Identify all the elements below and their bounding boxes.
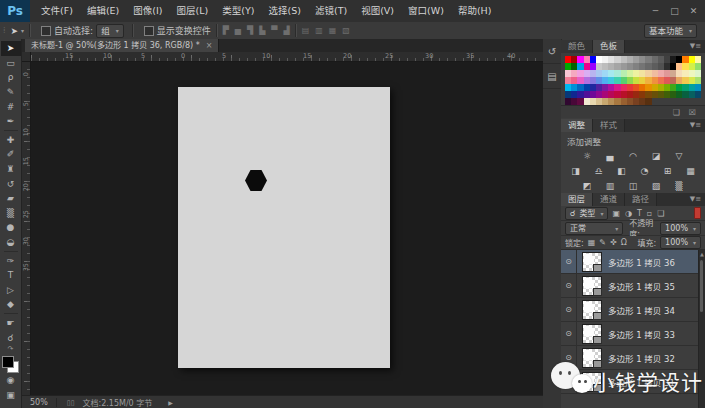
selective-color-icon[interactable]: ▨ bbox=[649, 180, 664, 192]
status-menu-arrow-icon[interactable]: ▶ bbox=[168, 399, 173, 406]
lock-pixels-icon[interactable]: ✎ bbox=[599, 238, 606, 247]
distribute-left-icon[interactable]: ▦ bbox=[329, 26, 337, 35]
eyedropper-tool[interactable]: ✒ bbox=[1, 114, 21, 129]
lock-transparent-icon[interactable]: ▦ bbox=[588, 238, 596, 247]
tab-styles[interactable]: 样式 bbox=[593, 119, 625, 132]
hue-saturation-icon[interactable]: ◨ bbox=[568, 165, 583, 177]
filter-type-dropdown[interactable]: ☌ 类型 ▾ bbox=[565, 207, 608, 220]
color-swatch[interactable] bbox=[695, 84, 701, 91]
blur-tool[interactable]: ● bbox=[1, 220, 21, 235]
layer-thumbnail[interactable] bbox=[582, 300, 602, 320]
panel-menu-icon[interactable]: ▼≡ bbox=[690, 40, 705, 53]
rect-marquee-tool[interactable]: ▭ bbox=[1, 56, 21, 71]
filter-toggle-switch[interactable] bbox=[694, 207, 701, 219]
panel-menu-icon[interactable]: ▼≡ bbox=[690, 119, 705, 132]
pixel-layer-filter-icon[interactable]: ▣ bbox=[612, 209, 620, 218]
visibility-eye-icon[interactable]: ⊙ bbox=[561, 298, 577, 321]
menu-select[interactable]: 选择(S) bbox=[261, 0, 307, 22]
visibility-eye-icon[interactable]: ⊙ bbox=[561, 322, 577, 345]
menu-type[interactable]: 类型(Y) bbox=[215, 0, 261, 22]
color-balance-icon[interactable]: ♎ bbox=[591, 165, 606, 177]
align-h-centers-icon[interactable]: ▅ bbox=[235, 26, 241, 35]
distribute-h-centers-icon[interactable]: ▧ bbox=[342, 26, 350, 35]
workspace-dropdown[interactable]: 基本功能 ▾ bbox=[644, 24, 697, 38]
swap-colors-icon[interactable]: ↷ bbox=[8, 345, 14, 353]
foreground-background-colors[interactable] bbox=[2, 356, 19, 373]
color-swatch[interactable] bbox=[695, 70, 701, 77]
scroll-up-icon[interactable]: ▲ bbox=[699, 251, 705, 257]
new-swatch-icon[interactable]: ❏ bbox=[673, 108, 680, 117]
canvas-area[interactable]: 151050510152025303540 05101520253035 bbox=[22, 52, 543, 395]
menu-filter[interactable]: 滤镜(T) bbox=[308, 0, 354, 22]
layer-name[interactable]: 多边形 1 拷贝 35 bbox=[608, 280, 675, 292]
foreground-color-swatch[interactable] bbox=[2, 356, 14, 368]
menu-edit[interactable]: 编辑(E) bbox=[80, 0, 126, 22]
maximize-button[interactable]: □ bbox=[665, 1, 684, 21]
screen-mode-button[interactable]: ▣ bbox=[1, 387, 21, 402]
lock-position-icon[interactable]: ✜ bbox=[610, 238, 617, 247]
crop-tool[interactable]: # bbox=[1, 99, 21, 114]
levels-icon[interactable]: ▄ bbox=[603, 150, 618, 162]
brightness-contrast-icon[interactable]: ☼ bbox=[580, 150, 595, 162]
align-top-edges-icon[interactable]: ▙ bbox=[259, 26, 265, 35]
layer-thumbnail[interactable] bbox=[582, 252, 602, 272]
menu-layer[interactable]: 图层(L) bbox=[170, 0, 216, 22]
layer-row[interactable]: ⊙ 多边形 1 拷贝 36 bbox=[561, 250, 705, 274]
threshold-icon[interactable]: ◫ bbox=[626, 180, 641, 192]
shape-tool[interactable]: ◆ bbox=[1, 297, 21, 312]
layer-row[interactable]: ⊙ 多边形 1 拷贝 35 bbox=[561, 274, 705, 298]
posterize-icon[interactable]: ▥ bbox=[603, 180, 618, 192]
menu-help[interactable]: 帮助(H) bbox=[451, 0, 499, 22]
move-tool[interactable]: ➤ bbox=[1, 41, 21, 56]
blend-mode-dropdown[interactable]: 正常 ▾ bbox=[565, 222, 623, 235]
tab-layers[interactable]: 图层 bbox=[561, 193, 593, 206]
gradient-tool[interactable]: ▒ bbox=[1, 206, 21, 221]
align-bottom-edges-icon[interactable]: ▟ bbox=[283, 26, 289, 35]
layer-row[interactable]: ⊙ 多边形 1 拷贝 33 bbox=[561, 322, 705, 346]
tab-paths[interactable]: 路径 bbox=[625, 193, 657, 206]
invert-icon[interactable]: ◩ bbox=[580, 180, 595, 192]
path-selection-tool[interactable]: ▷ bbox=[1, 283, 21, 298]
hexagon-shape[interactable] bbox=[245, 170, 267, 191]
color-swatch[interactable] bbox=[695, 56, 701, 63]
color-lookup-icon[interactable]: ▦ bbox=[683, 165, 698, 177]
visibility-eye-icon[interactable]: ⊙ bbox=[561, 250, 577, 273]
color-swatch[interactable] bbox=[695, 91, 701, 98]
exposure-icon[interactable]: ◪ bbox=[649, 150, 664, 162]
distribute-v-centers-icon[interactable]: ▥ bbox=[315, 26, 323, 35]
layer-name[interactable]: 多边形 1 拷贝 36 bbox=[608, 256, 675, 268]
zoom-tool[interactable]: ☌ bbox=[1, 330, 21, 345]
layer-name[interactable]: 多边形 1 拷贝 34 bbox=[608, 304, 675, 316]
curves-icon[interactable]: ◠ bbox=[626, 150, 641, 162]
type-tool[interactable]: T bbox=[1, 268, 21, 283]
tab-adjustments[interactable]: 调整 bbox=[561, 119, 593, 132]
layer-name[interactable]: 多边形 1 拷贝 33 bbox=[608, 328, 675, 340]
history-panel-button[interactable]: ↺ bbox=[543, 39, 561, 64]
dodge-tool[interactable]: ◒ bbox=[1, 235, 21, 250]
layer-row[interactable]: ⊙ 多边形 1 拷贝 34 bbox=[561, 298, 705, 322]
fill-field[interactable]: 100% ▾ bbox=[660, 236, 701, 249]
lasso-tool[interactable]: ρ bbox=[1, 70, 21, 85]
menu-view[interactable]: 视图(V) bbox=[354, 0, 401, 22]
menu-image[interactable]: 图像(I) bbox=[126, 0, 169, 22]
minimize-button[interactable]: ─ bbox=[646, 1, 665, 21]
layer-thumbnail[interactable] bbox=[582, 324, 602, 344]
menu-file[interactable]: 文件(F) bbox=[34, 0, 80, 22]
zoom-level-field[interactable]: 50% bbox=[22, 398, 56, 407]
document-page[interactable] bbox=[178, 87, 390, 368]
clone-stamp-tool[interactable]: ♜ bbox=[1, 162, 21, 177]
lock-all-icon[interactable]: Ω bbox=[621, 238, 627, 247]
pen-tool[interactable]: ✑ bbox=[1, 253, 21, 268]
distribute-top-icon[interactable]: ▤ bbox=[302, 26, 310, 35]
tab-swatches[interactable]: 色板 bbox=[593, 40, 625, 53]
tab-color[interactable]: 颜色 bbox=[561, 40, 593, 53]
close-button[interactable]: ✕ bbox=[684, 1, 703, 21]
auto-select-dropdown[interactable]: 组 ▾ bbox=[96, 24, 124, 38]
align-left-edges-icon[interactable]: ▛ bbox=[223, 26, 229, 35]
menu-window[interactable]: 窗口(W) bbox=[401, 0, 451, 22]
history-brush-tool[interactable]: ↺ bbox=[1, 176, 21, 191]
visibility-eye-icon[interactable]: ⊙ bbox=[561, 274, 577, 297]
black-white-icon[interactable]: ◧ bbox=[614, 165, 629, 177]
auto-select-checkbox[interactable] bbox=[41, 26, 51, 36]
channel-mixer-icon[interactable]: ⊞ bbox=[660, 165, 675, 177]
